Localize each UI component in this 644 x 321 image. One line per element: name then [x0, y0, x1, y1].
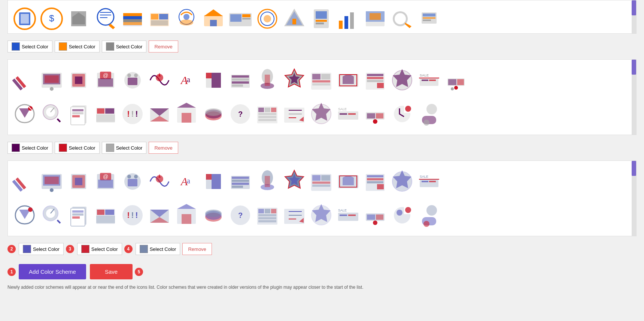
svg-text:SALE: SALE: [420, 74, 429, 77]
color-controls-2: Select Color Select Color Select Color R…: [7, 139, 637, 157]
svg-rect-37: [292, 19, 296, 24]
svg-rect-93: [312, 83, 330, 86]
svg-rect-77: [212, 73, 221, 88]
scheme2-color1-label: Select Color: [22, 145, 48, 151]
svg-text:!: !: [127, 210, 130, 220]
icon-1-2: $: [39, 6, 65, 32]
icon-3-1: [12, 168, 38, 195]
svg-point-279: [426, 205, 437, 216]
svg-rect-185: [128, 179, 137, 186]
svg-rect-158: [340, 113, 347, 115]
scheme3-color2-btn[interactable]: Select Color: [77, 243, 122, 255]
icon-3b-5: ! ! !: [119, 202, 146, 228]
icon-1-14: [362, 6, 388, 32]
add-color-scheme-button[interactable]: Add Color Scheme: [19, 264, 86, 279]
icon-2b-11: [281, 101, 307, 127]
scheme1-controls: Select Color Select Color Select Color R…: [7, 38, 637, 56]
svg-rect-137: [182, 113, 191, 123]
icon-2b-15: [389, 101, 415, 127]
svg-rect-110: [457, 79, 464, 85]
svg-rect-159: [348, 113, 356, 115]
icon-3-9: [227, 168, 253, 195]
icon-2b-2: [39, 101, 65, 127]
icon-2b-7: [173, 101, 200, 127]
svg-rect-148: [258, 116, 276, 118]
badge-4: 4: [124, 245, 133, 253]
svg-line-118: [57, 119, 60, 122]
scrollbar-2[interactable]: [632, 60, 636, 135]
svg-rect-179: [75, 178, 82, 185]
scrollbar-thumb-1[interactable]: [632, 0, 636, 15]
scheme2-controls: Select Color Select Color Select Color R…: [7, 139, 637, 157]
icon-3b-1: [12, 202, 38, 228]
svg-rect-126: [105, 108, 114, 114]
scheme1-color2-btn[interactable]: Select Color: [55, 40, 100, 52]
svg-rect-109: [448, 79, 456, 85]
scheme3-color3-btn[interactable]: Select Color: [136, 243, 180, 255]
svg-rect-272: [367, 214, 375, 220]
icon-2-9: [227, 67, 253, 93]
svg-rect-213: [367, 175, 383, 177]
svg-rect-15: [123, 16, 142, 19]
svg-text:@: @: [103, 72, 108, 78]
icon-2-7: A a: [173, 67, 200, 93]
icon-3-8: [200, 168, 227, 195]
icon-2-8: [200, 67, 227, 93]
svg-rect-105: [429, 80, 436, 81]
svg-rect-216: [377, 184, 384, 189]
scrollbar-thumb-2[interactable]: [632, 60, 636, 75]
scheme2-color2-btn[interactable]: Select Color: [55, 142, 100, 154]
icon-1-10: [254, 6, 280, 32]
svg-rect-42: [339, 21, 343, 29]
icon-2-1: [12, 67, 38, 93]
scheme3-color3-swatch: [140, 245, 148, 253]
icon-2b-1: [12, 101, 38, 127]
svg-rect-157: [338, 111, 358, 120]
svg-rect-21: [151, 20, 168, 26]
svg-rect-146: [271, 108, 276, 112]
scheme2-remove-btn[interactable]: Remove: [149, 142, 178, 154]
svg-rect-20: [159, 14, 168, 20]
svg-rect-232: [72, 213, 83, 216]
scheme2-color1-btn[interactable]: Select Color: [7, 142, 52, 154]
svg-rect-43: [344, 16, 348, 29]
svg-rect-14: [123, 13, 142, 16]
icon-3b-11: [281, 202, 307, 228]
icon-3-5: [119, 168, 146, 195]
svg-rect-100: [377, 83, 384, 88]
scheme1-color1-btn[interactable]: Select Color: [7, 40, 52, 52]
icon-3-7: A a: [173, 168, 200, 195]
svg-point-224: [28, 207, 33, 212]
svg-text:SALE: SALE: [338, 208, 347, 212]
svg-point-8: [97, 9, 114, 25]
svg-rect-267: [338, 213, 358, 221]
icon-2-4: @: [92, 67, 119, 93]
scrollbar-3[interactable]: [632, 161, 636, 236]
svg-rect-235: [97, 210, 104, 215]
scheme1-remove-btn[interactable]: Remove: [149, 40, 178, 52]
scrollbar-thumb-3[interactable]: [632, 161, 636, 176]
icon-2-14: [362, 67, 388, 93]
bottom-bar: 1 Add Color Scheme Save 5 Newly added co…: [0, 260, 644, 297]
icon-3-3: [66, 168, 92, 195]
scheme-section-3: @ A a: [7, 160, 637, 236]
info-text: Newly added color schemes will appear at…: [7, 285, 637, 290]
scheme3-color1-btn[interactable]: Select Color: [19, 243, 64, 255]
icon-2b-10: [254, 101, 280, 127]
scheme1-color3-btn[interactable]: Select Color: [102, 40, 147, 52]
svg-rect-237: [96, 216, 115, 223]
svg-rect-63: [75, 76, 82, 84]
svg-rect-206: [312, 175, 321, 181]
svg-rect-17: [123, 22, 142, 25]
svg-point-34: [264, 15, 271, 22]
icon-1-1: [12, 6, 38, 32]
scheme-section-2: @ A a: [7, 59, 637, 135]
icon-3-4: @: [92, 168, 119, 195]
scheme2-color3-btn[interactable]: Select Color: [102, 142, 147, 154]
svg-point-176: [50, 188, 54, 192]
scheme3-remove-btn[interactable]: Remove: [182, 243, 212, 255]
badge-2: 2: [7, 245, 16, 253]
scrollbar-1[interactable]: [632, 0, 636, 33]
svg-point-168: [426, 104, 437, 114]
save-button[interactable]: Save: [90, 264, 133, 279]
